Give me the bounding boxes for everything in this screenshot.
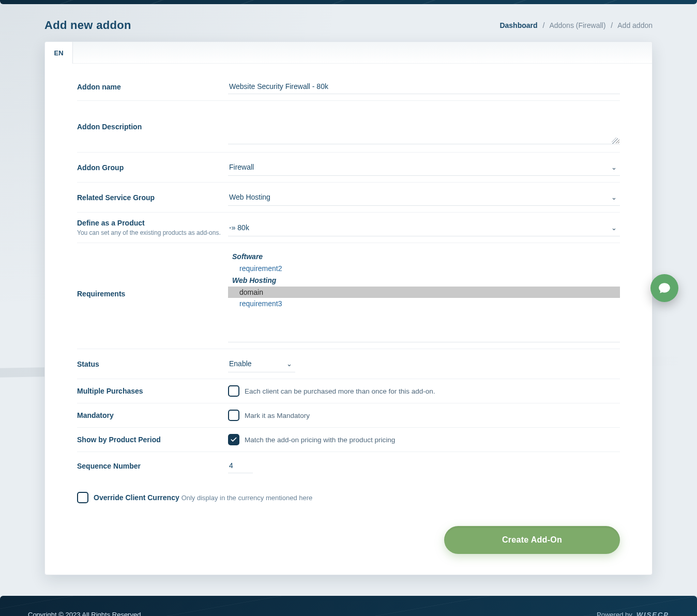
override-currency-checkbox[interactable] xyxy=(77,492,88,503)
footer-brand: WISECP xyxy=(637,611,669,617)
lang-tab-en[interactable]: EN xyxy=(45,42,73,64)
label-define-as-product-sub: You can set any of the existing products… xyxy=(77,229,223,236)
label-addon-name: Addon name xyxy=(77,83,228,91)
show-by-period-checkbox[interactable] xyxy=(228,434,239,445)
chat-fab[interactable] xyxy=(650,274,678,302)
label-addon-description: Addon Description xyxy=(77,123,228,131)
label-status: Status xyxy=(77,360,228,368)
create-addon-button[interactable]: Create Add-On xyxy=(444,526,620,554)
footer-copyright: Copyright © 2023 All Rights Reserved. xyxy=(28,611,143,617)
multiple-purchases-desc: Each client can be purchased more than o… xyxy=(245,387,435,395)
label-define-as-product: Define as a Product You can set any of t… xyxy=(77,219,228,236)
override-currency-secondary: Only display in the currency mentioned h… xyxy=(181,494,313,502)
addon-group-select[interactable]: Firewall ⌄ xyxy=(228,159,620,176)
top-bar xyxy=(0,0,697,4)
label-mandatory: Mandatory xyxy=(77,411,228,419)
breadcrumb-sep: / xyxy=(611,21,613,29)
addon-name-input[interactable] xyxy=(228,79,620,94)
label-sequence-number: Sequence Number xyxy=(77,462,228,470)
breadcrumb-sep: / xyxy=(542,21,544,29)
mandatory-checkbox[interactable] xyxy=(228,410,239,421)
requirements-item[interactable]: requirement3 xyxy=(228,298,620,309)
footer: Copyright © 2023 All Rights Reserved. Po… xyxy=(0,596,697,616)
card-header: EN xyxy=(45,42,652,64)
breadcrumb: Dashboard / Addons (Firewall) / Add addo… xyxy=(499,21,653,29)
requirements-group: Software xyxy=(228,250,620,263)
chat-icon xyxy=(658,281,671,295)
breadcrumb-dashboard[interactable]: Dashboard xyxy=(499,21,537,29)
label-define-as-product-text: Define as a Product xyxy=(77,219,145,227)
breadcrumb-addons[interactable]: Addons (Firewall) xyxy=(549,21,605,29)
mandatory-desc: Mark it as Mandatory xyxy=(245,412,310,419)
show-by-period-desc: Match the add-on pricing with the produc… xyxy=(245,436,395,444)
related-service-group-value: Web Hosting xyxy=(228,189,620,205)
breadcrumb-current: Add addon xyxy=(617,21,653,29)
label-addon-group: Addon Group xyxy=(77,163,228,172)
addon-description-textarea[interactable] xyxy=(228,107,620,144)
footer-powered-by: Powered by xyxy=(597,611,632,617)
override-currency-primary: Override Client Currency xyxy=(94,493,179,502)
related-service-group-select[interactable]: Web Hosting ⌄ xyxy=(228,189,620,206)
requirements-item[interactable]: requirement2 xyxy=(228,263,620,274)
define-as-product-select[interactable]: -» 80k ⌄ xyxy=(228,219,620,236)
requirements-item[interactable]: domain xyxy=(228,287,620,298)
label-multiple-purchases: Multiple Purchases xyxy=(77,387,228,395)
sequence-number-input[interactable] xyxy=(228,458,253,473)
multiple-purchases-checkbox[interactable] xyxy=(228,385,239,397)
page-title: Add new addon xyxy=(44,19,131,32)
status-select[interactable]: Enable ⌄ xyxy=(228,355,295,372)
form-card: EN Addon name Addon Description xyxy=(44,41,653,575)
requirements-group: Web Hosting xyxy=(228,274,620,287)
addon-group-value: Firewall xyxy=(228,159,620,175)
label-requirements: Requirements xyxy=(77,249,228,298)
label-related-service-group: Related Service Group xyxy=(77,193,228,202)
requirements-listbox[interactable]: Softwarerequirement2Web Hostingdomainreq… xyxy=(228,249,620,342)
label-show-by-period: Show by Product Period xyxy=(77,435,228,444)
define-as-product-value: -» 80k xyxy=(228,219,620,236)
status-value: Enable xyxy=(228,355,295,372)
